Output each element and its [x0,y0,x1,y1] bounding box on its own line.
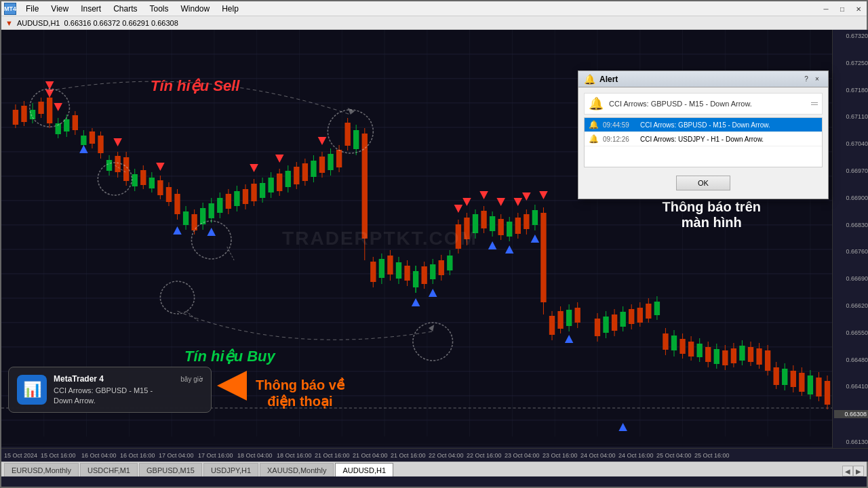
svg-rect-130 [396,262,401,279]
app-icon: MT4 [4,3,16,15]
svg-rect-208 [739,346,745,361]
svg-rect-94 [243,189,248,204]
menu-help[interactable]: Help [216,3,244,15]
tabbar: EURUSD,Monthly USDCHF,M1 GBPUSD,M15 USDJ… [1,462,867,476]
svg-rect-74 [157,180,163,195]
time-label-15: 24 Oct 04:00 [580,452,616,459]
svg-rect-144 [456,224,461,249]
alert-title: Alert [599,75,801,84]
price-level-5: 0.66970 [834,167,868,174]
alert-list-item[interactable]: 🔔 09:44:59 CCI Arrows: GBPUSD - M15 - Do… [585,118,822,132]
svg-rect-176 [603,317,608,333]
svg-rect-46 [38,102,43,114]
svg-rect-214 [765,350,770,371]
svg-rect-142 [447,256,452,270]
time-label-6: 18 Oct 04:00 [237,452,273,459]
time-label-17: 25 Oct 04:00 [656,452,692,459]
svg-rect-150 [481,211,486,228]
signal-screen-label: Thông báo trênmàn hình [662,199,761,230]
tab-gbpusd-m15[interactable]: GBPUSD,M15 [139,463,202,476]
menu-insert[interactable]: Insert [75,3,106,15]
pricebar: ▼ AUDUSD,H1 0.66316 0.66372 0.66291 0.66… [1,16,867,30]
svg-rect-98 [260,183,265,198]
tab-scroll-left-button[interactable]: ◀ [842,466,853,476]
svg-rect-64 [115,156,120,172]
price-level-6: 0.66900 [834,195,868,201]
price-level-12: 0.66480 [834,357,868,363]
price-level-7: 0.66830 [834,222,868,228]
svg-rect-200 [705,347,711,362]
alert-item-time-1: 09:12:26 [603,136,640,143]
svg-rect-88 [217,198,222,213]
alert-help-button[interactable]: ? [801,74,812,85]
svg-rect-196 [688,342,694,357]
menu-file[interactable]: File [20,3,44,15]
svg-rect-106 [294,167,299,184]
chart-area[interactable]: TRADERPTKT.COM Tín hiệu Sell Tín hiệu Bu… [1,30,842,447]
svg-rect-190 [663,333,668,350]
svg-rect-148 [473,214,478,233]
alert-bell-icon: 🔔 [589,96,604,111]
notif-time: bây giờ [180,375,203,383]
time-label-18: 25 Oct 16:00 [694,452,730,459]
svg-rect-42 [21,106,26,122]
svg-rect-158 [515,218,521,234]
svg-rect-96 [251,184,256,201]
svg-rect-216 [773,367,778,385]
svg-rect-68 [132,174,138,186]
tab-xauusd-monthly[interactable]: XAUUSD,Monthly [260,463,334,476]
svg-rect-198 [696,344,702,357]
alert-close-button[interactable]: × [812,74,823,85]
price-axis: 0.67320 0.67250 0.67180 0.67110 0.67040 … [832,30,868,448]
time-label-2: 16 Oct 04:00 [81,452,117,459]
price-level-13: 0.66410 [834,383,868,390]
tab-audusd-h1[interactable]: AUDUSD,H1 [335,463,393,476]
time-label-12: 22 Oct 16:00 [467,452,502,459]
svg-rect-58 [90,131,95,144]
close-button[interactable]: ✕ [850,1,867,16]
menu-tools[interactable]: Tools [144,3,174,15]
svg-rect-140 [439,260,444,275]
tab-scroll-right-button[interactable]: ▶ [853,466,864,476]
maximize-button[interactable]: □ [834,1,850,16]
svg-rect-174 [595,319,600,336]
time-label-3: 16 Oct 16:00 [120,452,155,459]
price-level-11: 0.66550 [834,329,868,336]
time-label-7: 18 Oct 16:00 [277,452,312,459]
price-level-8: 0.66760 [834,248,868,255]
svg-rect-110 [311,161,316,177]
tab-eurusd-monthly[interactable]: EURUSD,Monthly [4,463,79,476]
svg-rect-80 [183,211,189,225]
svg-rect-136 [421,266,427,284]
notif-app-name: MetaTrader 4 [54,374,104,384]
svg-rect-72 [149,178,155,188]
time-label-4: 17 Oct 04:00 [159,452,194,459]
svg-rect-160 [524,214,529,229]
tab-usdjpy-h1[interactable]: USDJPY,H1 [203,463,258,476]
alert-dialog: 🔔 Alert ? × 🔔 CCI Arrows: GBPUSD - M15 -… [578,70,829,199]
alert-ok-row: OK [584,173,823,193]
svg-rect-154 [498,219,503,235]
alert-list: 🔔 09:44:59 CCI Arrows: GBPUSD - M15 - Do… [584,117,823,167]
menubar: MT4 File View Insert Charts Tools Window… [1,1,867,16]
menu-view[interactable]: View [45,3,74,15]
minimize-button[interactable]: ─ [818,1,834,16]
tab-usdchf-m1[interactable]: USDCHF,M1 [80,463,138,476]
svg-rect-188 [654,302,660,315]
pricebar-info: AUDUSD,H1 0.66316 0.66372 0.66291 0.6630… [17,19,178,27]
alert-ok-button[interactable]: OK [676,176,730,190]
menu-window[interactable]: Window [176,3,216,15]
svg-rect-178 [612,314,617,331]
time-label-11: 22 Oct 04:00 [429,452,464,459]
menu-charts[interactable]: Charts [108,3,142,15]
svg-rect-224 [808,375,813,394]
svg-rect-204 [722,350,728,365]
svg-rect-40 [13,110,18,125]
signal-sell-label: Tín hiệu Sell [151,77,239,95]
svg-rect-48 [47,98,52,123]
svg-rect-134 [413,271,418,287]
svg-rect-102 [277,174,282,191]
alert-list-item[interactable]: 🔔 09:12:26 CCI Arrows: USDJPY - H1 - Dow… [585,132,822,146]
price-level-2: 0.67180 [834,87,868,94]
phone-notification: 📊 MetaTrader 4 bây giờ CCI Arrows: GBPUS… [8,367,212,413]
